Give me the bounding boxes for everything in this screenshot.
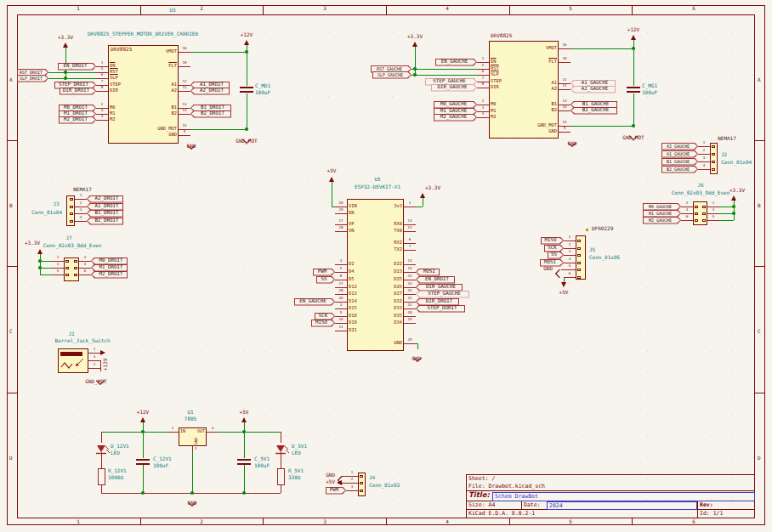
global-label-B1_DROIT[interactable]: B1_DROIT [87, 210, 123, 218]
global-label-PWM[interactable]: PWM [326, 487, 346, 495]
global-label-MISO[interactable]: MISO [541, 237, 564, 245]
global-label-M2_GAUCHE[interactable]: M2_GAUCHE [434, 114, 477, 122]
resistor-R_12V1[interactable] [98, 468, 105, 485]
gnd-symbol[interactable] [187, 137, 196, 142]
global-label-MISO[interactable]: MISO [311, 320, 335, 327]
global-label-SCK[interactable]: SCK [544, 245, 564, 252]
power-arrow-up[interactable] [412, 42, 417, 47]
wire-segment[interactable] [40, 261, 52, 262]
gnd-symbol[interactable] [96, 372, 105, 377]
global-label-B2_DROIT[interactable]: B2_DROIT [87, 218, 123, 225]
global-label-STEP_DORIT[interactable]: STEP_DORIT [416, 305, 465, 313]
global-label-A1_GAUCHE[interactable]: A1_GAUCHE [661, 150, 698, 158]
pin-wire[interactable] [281, 432, 281, 443]
capacitor-C_MD1[interactable] [240, 87, 253, 93]
wire-segment[interactable] [417, 343, 418, 349]
component-body-j5[interactable] [576, 235, 586, 280]
global-label-M0_DROIT[interactable]: M0_DROIT [91, 258, 128, 265]
gnd-symbol[interactable] [242, 131, 251, 136]
led-D_12V1[interactable] [96, 443, 110, 453]
wire-segment[interactable] [415, 47, 416, 75]
wire-segment[interactable] [190, 52, 247, 53]
led-D_5V1[interactable] [275, 443, 289, 453]
wire-segment[interactable] [423, 198, 423, 207]
wire-segment[interactable] [416, 207, 423, 207]
global-label-M0_GAUCHE[interactable]: M0_GAUCHE [643, 203, 681, 211]
global-label-M0_GAUCHE[interactable]: M0_GAUCHE [434, 101, 477, 109]
date-field[interactable]: 2024 [547, 501, 697, 510]
global-label-A2_GAUCHE[interactable]: A2_GAUCHE [661, 143, 698, 150]
power-arrow-up[interactable] [241, 417, 247, 422]
wire-segment[interactable] [734, 201, 735, 220]
global-label-M2_DROIT[interactable]: M2_DROIT [59, 116, 96, 124]
global-label-B2_GAUCHE[interactable]: B2_GAUCHE [570, 107, 617, 115]
wire-segment[interactable] [570, 48, 633, 49]
global-label-A2_GAUCHE[interactable]: A2_GAUCHE [570, 86, 616, 93]
wire-segment[interactable] [40, 268, 52, 269]
global-label-A1_DROIT[interactable]: A1_DROIT [87, 203, 123, 211]
global-label-M2_DROIT[interactable]: M2_DROIT [91, 271, 128, 279]
wire-segment[interactable] [143, 432, 144, 458]
global-label-SS[interactable]: SS [316, 276, 335, 284]
capacitor-C_5V1[interactable] [237, 459, 251, 466]
wire-segment[interactable] [219, 432, 281, 433]
global-label-B2_GAUCHE[interactable]: B2_GAUCHE [661, 166, 698, 173]
wire-segment[interactable] [633, 93, 634, 126]
wire-segment[interactable] [40, 274, 52, 275]
capacitor-C_MG1[interactable] [627, 87, 640, 93]
global-label-DIR_GAUCHE[interactable]: DIR_GAUCHE [416, 284, 463, 291]
power-arrow-up[interactable] [631, 35, 636, 40]
gnd-symbol[interactable] [413, 349, 422, 354]
wire-segment[interactable] [190, 129, 247, 130]
power-arrow-up[interactable] [37, 249, 43, 254]
global-label-EN_GAUCHE[interactable]: EN_GAUCHE [435, 59, 477, 66]
global-label-B2_DROIT[interactable]: B2_DROIT [190, 110, 231, 118]
gnd-symbol[interactable] [568, 134, 576, 139]
global-label-MOSI[interactable]: MOSI [416, 269, 440, 276]
global-label-EN_DROIT[interactable]: EN_DROIT [416, 276, 455, 284]
power-arrow-up[interactable] [244, 40, 249, 45]
wire-segment[interactable] [101, 432, 167, 433]
wire-segment[interactable] [48, 72, 96, 73]
global-label-M1_DROIT[interactable]: M1_DROIT [91, 264, 128, 272]
wire-segment[interactable] [48, 78, 96, 79]
pin-wire[interactable] [101, 485, 102, 493]
global-label-EN_GAUCHE[interactable]: EN_GAUCHE [294, 298, 335, 306]
gnd-symbol[interactable] [338, 472, 343, 480]
wire-segment[interactable] [40, 254, 41, 274]
wire-segment[interactable] [244, 465, 245, 493]
global-label-SS[interactable]: SS [548, 252, 564, 259]
gnd-symbol[interactable] [555, 265, 560, 274]
gnd-symbol[interactable] [629, 127, 638, 133]
global-label-DIR_DROIT[interactable]: DIR_DROIT [60, 88, 96, 95]
global-label-A2_DROIT[interactable]: A2_DROIT [190, 88, 230, 95]
resistor-R_5V1[interactable] [277, 468, 285, 485]
global-label-DIR_GAUCHE[interactable]: DIR_GAUCHE [431, 84, 477, 92]
wire-segment[interactable] [247, 93, 247, 129]
global-label-DIR_DROIT[interactable]: DIR_DROIT [416, 298, 459, 306]
power-arrow-up[interactable] [140, 417, 145, 422]
global-label-M2_GAUCHE[interactable]: M2_GAUCHE [643, 217, 681, 224]
global-label-PWM[interactable]: PWM [313, 269, 335, 276]
global-label-SCK[interactable]: SCK [315, 313, 335, 320]
capacitor-C_12V1[interactable] [136, 459, 150, 466]
wire-segment[interactable] [332, 182, 332, 207]
global-label-STEP_GAUCHE[interactable]: STEP_GAUCHE [416, 291, 469, 298]
wire-segment[interactable] [143, 465, 144, 493]
wire-segment[interactable] [719, 220, 734, 221]
global-label-SLP_DROIT[interactable]: SLP_DROIT [17, 75, 48, 82]
wire-segment[interactable] [244, 432, 245, 458]
power-arrow-up[interactable] [731, 195, 736, 201]
power-arrow-up[interactable] [420, 193, 425, 198]
power-arrow-up[interactable] [63, 42, 68, 48]
wire-segment[interactable] [570, 126, 633, 127]
power-arrow-down[interactable] [561, 282, 566, 287]
power-arrow-up[interactable] [329, 177, 334, 182]
global-label-SLP_GAUCHE[interactable]: SLP_GAUCHE [372, 71, 412, 79]
gnd-symbol[interactable] [188, 494, 196, 499]
global-label-EN_DROIT[interactable]: EN_DROIT [58, 63, 96, 71]
global-label-A2_DROIT[interactable]: A2_DROIT [87, 195, 123, 203]
title-field[interactable]: Schem DrawBot [492, 492, 755, 501]
pin-wire[interactable] [100, 360, 101, 371]
pin-wire[interactable] [281, 485, 281, 493]
